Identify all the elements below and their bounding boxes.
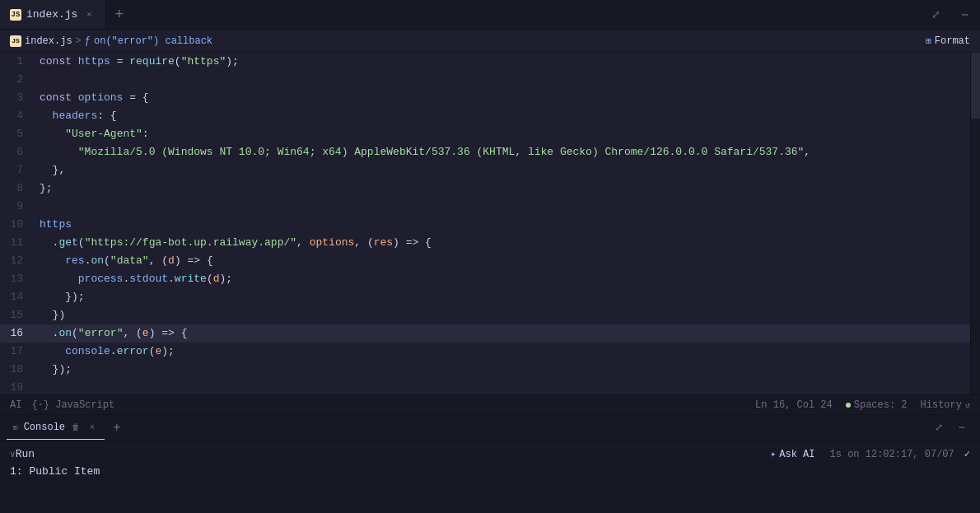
new-terminal-button[interactable]: + (108, 421, 126, 436)
line-content[interactable]: .get("https://fga-bot.up.railway.app/", … (36, 234, 970, 252)
code-line-18: 18 }); (0, 361, 970, 379)
line-number: 4 (0, 107, 36, 125)
position-label: Ln 16, Col 24 (755, 399, 833, 411)
minimap-thumb[interactable] (971, 53, 980, 119)
line-content[interactable]: }); (36, 361, 970, 379)
breadcrumb-filename: index.js (25, 35, 72, 47)
code-line-13: 13 process.stdout.write(d); (0, 270, 970, 288)
status-bar: AI {·} JavaScript Ln 16, Col 24 Spaces: … (0, 394, 980, 414)
line-content[interactable]: "User-Agent": (36, 125, 970, 143)
terminal-close-button[interactable]: × (86, 422, 98, 433)
line-content[interactable]: console.error(e); (36, 343, 970, 361)
more-button[interactable]: ⋯ (950, 0, 980, 30)
line-number: 7 (0, 161, 36, 180)
line-content[interactable]: }) (36, 306, 970, 324)
line-number: 14 (0, 288, 36, 306)
status-language[interactable]: {·} JavaScript (31, 399, 114, 411)
line-number: 18 (0, 361, 36, 379)
terminal-timestamp: 1s on 12:02:17, 07/07 (830, 449, 954, 460)
line-content[interactable]: res.on("data", (d) => { (36, 252, 970, 270)
terminal-panel: ⌦ Console 🗑 × + ⤢ ⋯ ∨ Run ✦ Ask AI 1s on… (0, 414, 980, 513)
breadcrumb-file[interactable]: JS index.js (10, 35, 72, 47)
line-number: 13 (0, 270, 36, 288)
line-number: 19 (0, 379, 36, 394)
terminal-more-button[interactable]: ⋯ (950, 417, 973, 440)
code-line-8: 8}; (0, 180, 970, 198)
code-line-17: 17 console.error(e); (0, 343, 970, 361)
line-content[interactable]: }, (36, 161, 970, 180)
line-content[interactable]: }); (36, 288, 970, 306)
code-line-2: 2 (0, 71, 970, 89)
line-number: 1 (0, 53, 36, 71)
ask-ai-icon: ✦ (770, 448, 776, 460)
status-left: AI {·} JavaScript (10, 399, 114, 411)
line-content[interactable]: }; (36, 180, 970, 198)
status-position[interactable]: Ln 16, Col 24 (755, 399, 833, 411)
terminal-controls: ⤢ ⋯ (927, 417, 973, 440)
code-line-5: 5 "User-Agent": (0, 125, 970, 143)
new-tab-button[interactable]: + (106, 0, 132, 29)
editor-area: 1const https = require("https");23const … (0, 53, 980, 394)
line-number: 15 (0, 306, 36, 324)
line-number: 17 (0, 343, 36, 361)
line-number: 6 (0, 143, 36, 161)
terminal-trash-icon[interactable]: 🗑 (70, 422, 82, 433)
status-dot-indicator: Spaces: 2 (846, 399, 908, 411)
code-line-15: 15 }) (0, 306, 970, 324)
console-tab-label: Console (24, 422, 65, 433)
status-history[interactable]: History ↺ (921, 399, 970, 411)
breadcrumb-func-name: on("error") callback (94, 35, 212, 47)
run-button[interactable]: Run (16, 448, 35, 460)
window-controls: ⤢ ⋯ (921, 0, 980, 30)
terminal-run-row: ∨ Run ✦ Ask AI 1s on 12:02:17, 07/07 ✓ (10, 446, 970, 462)
tab-bar: JS index.js × + ⤢ ⋯ (0, 0, 980, 30)
line-number: 12 (0, 252, 36, 270)
line-content[interactable]: headers: { (36, 107, 970, 125)
line-content[interactable]: https (36, 216, 970, 234)
func-icon: ƒ (85, 35, 91, 47)
format-button[interactable]: ⊞ Format (926, 35, 970, 47)
line-number: 2 (0, 71, 36, 89)
status-dot (846, 403, 851, 408)
line-content[interactable]: const options = { (36, 89, 970, 107)
terminal-expand-button[interactable]: ⤢ (927, 417, 950, 440)
line-number: 9 (0, 198, 36, 216)
line-number: 8 (0, 180, 36, 198)
tab-file-icon: JS (10, 9, 21, 21)
code-editor[interactable]: 1const https = require("https");23const … (0, 53, 970, 394)
terminal-content: ∨ Run ✦ Ask AI 1s on 12:02:17, 07/07 ✓ 1… (0, 441, 980, 513)
tab-close-button[interactable]: × (82, 8, 96, 21)
code-lines: 1const https = require("https");23const … (0, 53, 970, 394)
line-number: 10 (0, 216, 36, 234)
line-number: 16 (0, 324, 36, 343)
breadcrumb-function[interactable]: ƒ on("error") callback (85, 35, 212, 47)
console-tab[interactable]: ⌦ Console 🗑 × (7, 417, 105, 440)
ask-ai-button[interactable]: ✦ Ask AI (765, 446, 819, 462)
line-content[interactable]: "Mozilla/5.0 (Windows NT 10.0; Win64; x6… (36, 143, 970, 161)
ai-label: AI (10, 399, 21, 411)
code-line-16: 16 .on("error", (e) => { (0, 324, 970, 343)
language-label: {·} JavaScript (31, 399, 114, 411)
format-label: Format (935, 35, 970, 47)
line-content[interactable]: .on("error", (e) => { (36, 324, 970, 343)
code-line-11: 11 .get("https://fga-bot.up.railway.app/… (0, 234, 970, 252)
breadcrumb: JS index.js > ƒ on("error") callback ⊞ F… (0, 30, 980, 53)
line-content[interactable]: process.stdout.write(d); (36, 270, 970, 288)
run-label: Run (16, 448, 35, 460)
code-line-14: 14 }); (0, 288, 970, 306)
code-line-1: 1const https = require("https"); (0, 53, 970, 71)
code-line-6: 6 "Mozilla/5.0 (Windows NT 10.0; Win64; … (0, 143, 970, 161)
line-content[interactable]: const https = require("https"); (36, 53, 970, 71)
code-line-12: 12 res.on("data", (d) => { (0, 252, 970, 270)
maximize-button[interactable]: ⤢ (921, 0, 950, 30)
code-line-3: 3const options = { (0, 89, 970, 107)
code-line-10: 10https (0, 216, 970, 234)
status-right: Ln 16, Col 24 Spaces: 2 History ↺ (755, 399, 970, 411)
status-ai[interactable]: AI (10, 399, 21, 411)
active-tab[interactable]: JS index.js × (0, 0, 106, 29)
terminal-output: 1: Public Item (10, 465, 970, 478)
format-icon: ⊞ (926, 35, 931, 46)
terminal-right-controls: ✦ Ask AI 1s on 12:02:17, 07/07 ✓ (765, 446, 970, 462)
code-line-19: 19 (0, 379, 970, 394)
terminal-tab-bar: ⌦ Console 🗑 × + ⤢ ⋯ (0, 415, 980, 441)
